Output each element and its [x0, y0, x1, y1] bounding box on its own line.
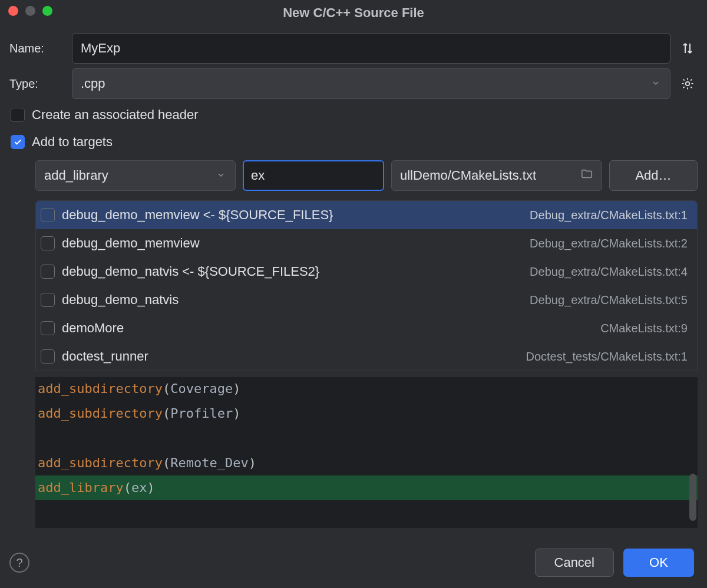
code-line: add_subdirectory(Coverage) [35, 376, 698, 401]
ok-button[interactable]: OK [623, 549, 694, 577]
targets-kind-value: add_library [44, 168, 108, 183]
target-location: Debug_extra/CMakeLists.txt:5 [530, 293, 688, 307]
target-location: Debug_extra/CMakeLists.txt:2 [530, 237, 688, 250]
target-location: Debug_extra/CMakeLists.txt:1 [530, 209, 688, 222]
add-target-button[interactable]: Add… [609, 160, 698, 191]
targets-kind-select[interactable]: add_library [35, 160, 236, 191]
help-icon[interactable]: ? [9, 553, 29, 573]
target-row[interactable]: debug_demo_natvis <- ${SOURCE_FILES2}Deb… [36, 257, 697, 286]
target-name: doctest_runner [62, 349, 148, 364]
code-line: add_subdirectory(Profiler) [35, 401, 698, 426]
checkbox-icon[interactable] [41, 236, 55, 250]
targets-cmakelist-path[interactable]: ullDemo/CMakeLists.txt [391, 160, 602, 191]
target-location: Doctest_tests/CMakeLists.txt:1 [526, 350, 688, 364]
checkbox-icon[interactable] [41, 293, 55, 307]
window-controls [8, 6, 52, 16]
name-input[interactable] [72, 33, 670, 64]
titlebar: New C/C++ Source File [0, 0, 707, 26]
code-preview: add_subdirectory(Coverage)add_subdirecto… [35, 376, 698, 528]
targets-list: debug_demo_memview <- ${SOURCE_FILES}Deb… [35, 200, 698, 371]
dialog-title: New C/C++ Source File [283, 5, 424, 21]
code-line: add_library(ex) [35, 475, 698, 500]
target-name: debug_demo_memview <- ${SOURCE_FILES} [62, 207, 333, 223]
target-row[interactable]: debug_demo_memviewDebug_extra/CMakeLists… [36, 229, 697, 257]
target-row[interactable]: demoMoreCMakeLists.txt:9 [36, 314, 697, 342]
folder-icon [580, 167, 593, 184]
target-name: debug_demo_natvis [62, 292, 179, 308]
target-name: debug_demo_natvis <- ${SOURCE_FILES2} [62, 264, 319, 279]
checkbox-icon[interactable] [41, 265, 55, 279]
scrollbar[interactable] [689, 474, 696, 521]
checkbox-icon[interactable] [41, 321, 55, 335]
add-to-targets-checkbox[interactable]: Add to targets [9, 131, 698, 153]
chevron-down-icon [216, 168, 226, 183]
targets-search-input[interactable] [243, 160, 384, 191]
create-header-checkbox[interactable]: Create an associated header [9, 104, 698, 126]
type-select[interactable]: .cpp [72, 68, 670, 99]
code-line [35, 426, 698, 451]
name-label: Name: [9, 42, 65, 55]
target-row[interactable]: doctest_runnerDoctest_tests/CMakeLists.t… [36, 342, 697, 371]
sort-direction-icon[interactable] [678, 38, 698, 58]
svg-point-0 [686, 82, 689, 85]
target-location: Debug_extra/CMakeLists.txt:4 [530, 265, 688, 279]
target-name: demoMore [62, 321, 124, 336]
ok-label: OK [649, 555, 668, 570]
checkbox-icon[interactable] [41, 208, 55, 222]
gear-icon[interactable] [678, 74, 698, 94]
target-row[interactable]: debug_demo_memview <- ${SOURCE_FILES}Deb… [36, 201, 697, 229]
cancel-button[interactable]: Cancel [535, 549, 614, 577]
checkbox-icon[interactable] [41, 349, 55, 364]
checkbox-icon [11, 135, 25, 149]
target-location: CMakeLists.txt:9 [600, 322, 688, 335]
target-row[interactable]: debug_demo_natvisDebug_extra/CMakeLists.… [36, 286, 697, 314]
chevron-down-icon [651, 76, 660, 91]
type-select-value: .cpp [81, 76, 105, 91]
code-line: add_subdirectory(Remote_Dev) [35, 451, 698, 475]
close-window-icon[interactable] [8, 6, 18, 16]
add-target-label: Add… [635, 168, 671, 183]
checkbox-icon [11, 108, 25, 122]
target-name: debug_demo_memview [62, 236, 200, 251]
create-header-label: Create an associated header [32, 107, 199, 123]
add-to-targets-label: Add to targets [32, 134, 113, 150]
zoom-window-icon[interactable] [42, 6, 52, 16]
minimize-window-icon[interactable] [25, 6, 35, 16]
targets-path-text: ullDemo/CMakeLists.txt [400, 168, 536, 183]
type-label: Type: [9, 77, 65, 91]
cancel-label: Cancel [554, 555, 594, 570]
